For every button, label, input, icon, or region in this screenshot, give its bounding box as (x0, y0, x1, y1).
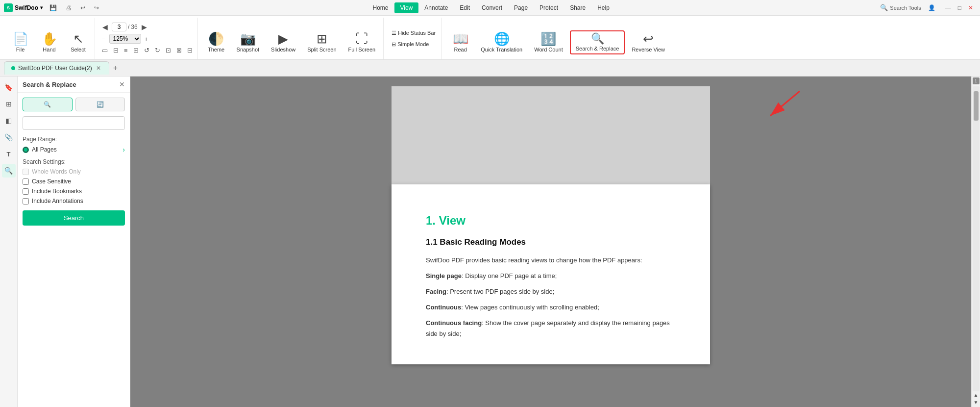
select-icon: ↖ (73, 32, 84, 45)
slideshow-icon: ▶ (278, 32, 288, 45)
slideshow-button[interactable]: ▶ Slideshow (266, 30, 300, 54)
minimize-btn[interactable]: — (942, 3, 954, 13)
redo-btn[interactable]: ↪ (91, 3, 102, 13)
main-nav: Home View Annotate Edit Convert Page Pro… (367, 2, 615, 13)
pdf-page-spacer (392, 86, 710, 184)
nav-view[interactable]: View (394, 2, 419, 13)
ribbon-group-basic: 📄 File ✋ Hand ↖ Select (4, 18, 95, 59)
scroll-down-btn[interactable]: ▼ (972, 399, 980, 406)
include-bookmarks-checkbox[interactable] (23, 188, 29, 195)
zoom-row: − 125% 100% 75% 150% + (100, 34, 195, 44)
close-btn[interactable]: ✕ (965, 3, 976, 13)
pdf-viewer[interactable]: 1. View 1.1 Basic Reading Modes SwifDoo … (130, 76, 971, 407)
replace-tab[interactable]: 🔄 (75, 98, 125, 111)
all-pages-radio[interactable] (23, 147, 29, 153)
word-count-button[interactable]: 🔢 Word Count (529, 30, 568, 54)
include-bookmarks-option[interactable]: Include Bookmarks (23, 188, 125, 195)
simple-mode-item[interactable]: ⊟ Simple Mode (389, 40, 439, 49)
case-sensitive-checkbox[interactable] (23, 178, 29, 185)
undo-btn[interactable]: ↩ (77, 3, 88, 13)
whole-words-checkbox[interactable] (23, 169, 29, 175)
fit3-btn[interactable]: ⊟ (185, 46, 195, 55)
scroll-up-btn[interactable]: ▲ (972, 391, 980, 399)
full-screen-button[interactable]: ⛶ Full Screen (343, 30, 381, 54)
fit2-btn[interactable]: ⊠ (174, 46, 184, 55)
hand-button[interactable]: ✋ Hand (36, 30, 63, 54)
include-annotations-option[interactable]: Include Annotations (23, 198, 125, 204)
scrollbar-thumb[interactable] (974, 91, 979, 121)
page-total: 36 (131, 24, 137, 30)
zoom-out-btn[interactable]: − (100, 34, 108, 44)
nav-page[interactable]: Page (508, 2, 534, 13)
search-execute-btn[interactable]: Search (23, 210, 125, 226)
all-pages-option[interactable]: All Pages (23, 146, 57, 153)
case-sensitive-option[interactable]: Case Sensitive (23, 178, 125, 185)
nav-home[interactable]: Home (367, 2, 394, 13)
sidebar-icon-search[interactable]: 🔍 (2, 164, 16, 178)
nav-protect[interactable]: Protect (534, 2, 564, 13)
tab-dot (11, 66, 15, 70)
reverse-view-button[interactable]: ↩ Reverse View (627, 30, 670, 54)
main-tab[interactable]: SwifDoo PDF User Guide(2) ✕ (4, 61, 109, 75)
next-page-btn[interactable]: ▶ (139, 22, 149, 32)
hide-status-bar-item[interactable]: ☰ Hide Status Bar (389, 29, 439, 37)
page-number-input[interactable] (112, 23, 126, 31)
cont-facing-btn[interactable]: ⊞ (131, 46, 141, 55)
nav-edit[interactable]: Edit (454, 2, 476, 13)
pdf-line2-rest: : Present two PDF pages side by side; (446, 288, 554, 295)
snapshot-button[interactable]: 📷 Snapshot (232, 30, 264, 54)
search-text-input[interactable] (23, 116, 125, 130)
whole-words-label: Whole Words Only (32, 168, 81, 175)
theme-button[interactable]: 🌓 Theme (203, 30, 230, 54)
nav-convert[interactable]: Convert (476, 2, 508, 13)
add-tab-btn[interactable]: + (110, 64, 121, 73)
app-logo: S SwifDoo ▾ (4, 3, 43, 12)
nav-share[interactable]: Share (564, 2, 591, 13)
split-screen-icon: ⊞ (317, 32, 327, 45)
include-annotations-checkbox[interactable] (23, 198, 29, 204)
panel-close-btn[interactable]: ✕ (119, 80, 125, 88)
rotate-ccw-btn[interactable]: ↺ (142, 46, 151, 55)
window-controls: — □ ✕ (942, 3, 976, 13)
page-indicator-1[interactable]: 1 (973, 77, 980, 84)
rotate-cw-btn[interactable]: ↻ (153, 46, 162, 55)
facing-btn[interactable]: ⊟ (111, 46, 121, 55)
maximize-btn[interactable]: □ (955, 3, 964, 13)
sidebar-icon-text[interactable]: T (2, 147, 16, 161)
case-sensitive-label: Case Sensitive (32, 178, 71, 185)
zoom-select[interactable]: 125% 100% 75% 150% (109, 34, 141, 44)
file-button[interactable]: 📄 File (7, 30, 34, 54)
snapshot-icon: 📷 (240, 32, 256, 45)
sidebar-icon-layers[interactable]: ◧ (2, 114, 16, 127)
nav-annotate[interactable]: Annotate (418, 2, 454, 13)
select-label: Select (71, 47, 86, 52)
save-btn[interactable]: 💾 (47, 3, 60, 13)
nav-help[interactable]: Help (591, 2, 615, 13)
zoom-in-btn[interactable]: + (143, 34, 150, 44)
scrollbar-track[interactable] (973, 86, 980, 391)
ribbon-group-nav: ◀ / 36 ▶ − 125% 100% 75% 150% + ▭ ⊟ ≡ ⊞ … (97, 18, 198, 59)
search-replace-button[interactable]: 🔍 Search & Replace (570, 30, 625, 54)
fit-btn[interactable]: ⊡ (164, 46, 173, 55)
user-btn[interactable]: 👤 (925, 3, 938, 13)
read-button[interactable]: 📖 Read (447, 30, 474, 54)
continuous-btn[interactable]: ≡ (122, 46, 130, 55)
select-button[interactable]: ↖ Select (65, 30, 92, 54)
print-btn[interactable]: 🖨 (63, 3, 74, 13)
sidebar-icon-bookmark[interactable]: 🔖 (2, 80, 16, 94)
sidebar-icon-pages[interactable]: ⊞ (2, 97, 16, 111)
single-page-btn[interactable]: ▭ (100, 46, 110, 55)
svg-line-1 (770, 91, 800, 116)
search-tab[interactable]: 🔍 (23, 98, 73, 111)
sidebar-icon-attachments[interactable]: 📎 (2, 130, 16, 144)
split-screen-button[interactable]: ⊞ Split Screen (302, 30, 341, 54)
arrow-annotation (760, 86, 809, 126)
whole-words-option[interactable]: Whole Words Only (23, 168, 125, 175)
pdf-line3: Continuous: View pages continuously with… (426, 302, 676, 313)
quick-translation-button[interactable]: 🌐 Quick Translation (476, 30, 527, 54)
page-range-expand-icon[interactable]: › (122, 146, 125, 153)
tab-close-btn[interactable]: ✕ (95, 65, 102, 72)
prev-page-btn[interactable]: ◀ (100, 22, 110, 32)
dropdown-arrow[interactable]: ▾ (40, 5, 43, 10)
app-name: SwifDoo (15, 4, 38, 11)
